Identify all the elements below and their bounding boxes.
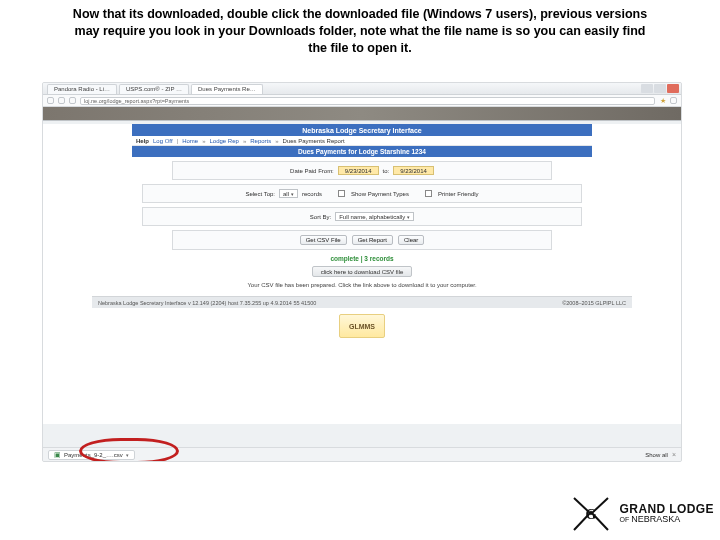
printer-friendly-label: Printer Friendly — [438, 191, 479, 197]
file-icon: ▣ — [54, 451, 61, 459]
options-panel: Select Top: all ▾ records Show Payment T… — [142, 184, 582, 203]
svg-text:G: G — [585, 507, 596, 522]
download-bar: ▣ Payments_9-2_….csv ▾ Show all × — [43, 447, 681, 461]
complete-status: complete | 3 records — [43, 255, 681, 262]
app-banner: Nebraska Lodge Secretary Interface — [132, 124, 592, 136]
address-bar: loj.ne.org/lodge_report.aspx?rpt=Payment… — [43, 95, 681, 107]
minimize-button[interactable] — [641, 84, 653, 93]
glmms-badge: GLMMS — [339, 314, 385, 338]
show-payment-types-label: Show Payment Types — [351, 191, 409, 197]
date-range-panel: Date Paid From: 9/23/2014 to: 9/23/2014 — [172, 161, 552, 180]
select-top-label: Select Top: — [245, 191, 275, 197]
action-buttons-panel: Get CSV File Get Report Clear — [172, 230, 552, 250]
crumb-home[interactable]: Home — [182, 138, 198, 144]
chevron-down-icon: ▾ — [407, 214, 410, 220]
window-titlebar: Pandora Radio - Li… USPS.com® - ZIP … Du… — [43, 83, 681, 95]
chevron-up-icon[interactable]: ▾ — [126, 452, 129, 458]
select-top-value: all — [283, 191, 289, 197]
maximize-button[interactable] — [654, 84, 666, 93]
get-report-button[interactable]: Get Report — [352, 235, 393, 245]
bookmark-star-icon[interactable]: ★ — [659, 97, 666, 104]
reload-button[interactable] — [69, 97, 76, 104]
download-csv-link[interactable]: click here to download CSV file — [312, 266, 413, 277]
get-csv-button[interactable]: Get CSV File — [300, 235, 347, 245]
printer-friendly-checkbox[interactable] — [425, 190, 432, 197]
tab-usps[interactable]: USPS.com® - ZIP … — [119, 84, 189, 94]
date-to-label: to: — [383, 168, 390, 174]
sort-by-value: Full name, alphabetically — [339, 214, 405, 220]
records-label: records — [302, 191, 322, 197]
sort-by-label: Sort By: — [310, 214, 331, 220]
logoff-link[interactable]: Log Off — [153, 138, 173, 144]
close-download-bar-icon[interactable]: × — [672, 451, 676, 458]
show-payment-types-checkbox[interactable] — [338, 190, 345, 197]
tab-dues-payments[interactable]: Dues Payments Re… — [191, 84, 263, 94]
show-all-link[interactable]: Show all — [645, 452, 668, 458]
download-filename: Payments_9-2_….csv — [64, 452, 123, 458]
square-compass-icon: G — [568, 490, 614, 536]
select-top-dropdown[interactable]: all ▾ — [279, 189, 298, 198]
prepared-message: Your CSV file has been prepared. Click t… — [43, 282, 681, 288]
brand-of: OF — [620, 516, 630, 523]
tab-row: Pandora Radio - Li… USPS.com® - ZIP … Du… — [47, 84, 263, 94]
sort-panel: Sort By: Full name, alphabetically ▾ — [142, 207, 582, 226]
window-buttons — [641, 84, 679, 93]
help-link[interactable]: Help — [136, 138, 149, 144]
back-button[interactable] — [47, 97, 54, 104]
footer-right: ©2008–2015 GLPIPL LLC — [562, 300, 626, 306]
crumb-reports[interactable]: Reports — [250, 138, 271, 144]
breadcrumb: Help Log Off | Home » Lodge Rep » Report… — [132, 136, 592, 146]
menu-button[interactable] — [670, 97, 677, 104]
date-to-field[interactable]: 9/23/2014 — [393, 166, 434, 175]
tab-pandora[interactable]: Pandora Radio - Li… — [47, 84, 117, 94]
url-field[interactable]: loj.ne.org/lodge_report.aspx?rpt=Payment… — [80, 97, 655, 105]
crumb-current: Dues Payments Report — [283, 138, 345, 144]
sort-by-dropdown[interactable]: Full name, alphabetically ▾ — [335, 212, 414, 221]
instruction-text: Now that its downloaded, double click th… — [0, 0, 720, 65]
date-from-field[interactable]: 9/23/2014 — [338, 166, 379, 175]
download-chip[interactable]: ▣ Payments_9-2_….csv ▾ — [48, 450, 135, 460]
date-from-label: Date Paid From: — [290, 168, 334, 174]
page-content: Nebraska Lodge Secretary Interface Help … — [43, 124, 681, 424]
forward-button[interactable] — [58, 97, 65, 104]
page-footer: Nebraska Lodge Secretary Interface v 12.… — [92, 296, 632, 308]
brand-line2: NEBRASKA — [631, 514, 680, 524]
persona-theme-strip — [43, 107, 681, 121]
browser-window: Pandora Radio - Li… USPS.com® - ZIP … Du… — [42, 82, 682, 462]
clear-button[interactable]: Clear — [398, 235, 424, 245]
crumb-lodge-rep[interactable]: Lodge Rep — [210, 138, 239, 144]
chevron-down-icon: ▾ — [291, 191, 294, 197]
brand-logo: G GRAND LODGE OFNEBRASKA — [568, 490, 714, 536]
page-title: Dues Payments for Lodge Starshine 1234 — [132, 146, 592, 157]
window-close-button[interactable] — [667, 84, 679, 93]
footer-left: Nebraska Lodge Secretary Interface v 12.… — [98, 300, 316, 306]
